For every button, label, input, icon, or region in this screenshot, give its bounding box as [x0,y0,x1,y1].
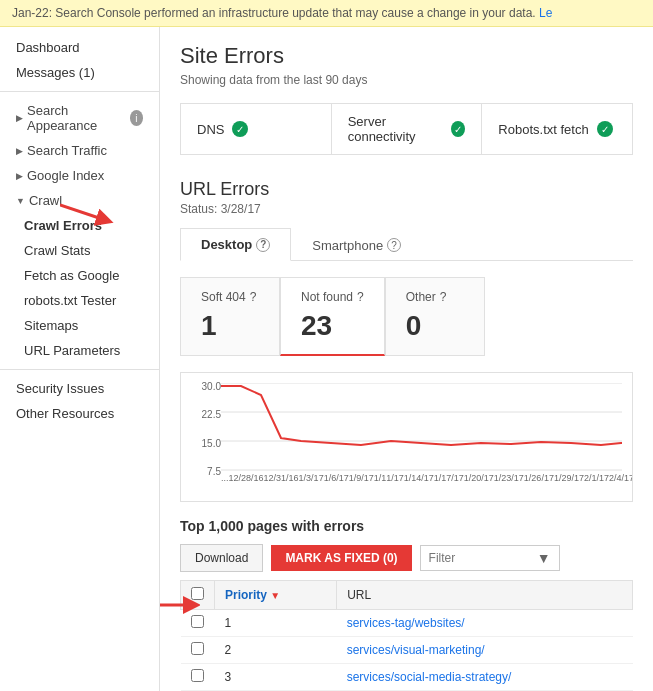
main-content: Site Errors Showing data from the last 9… [160,27,653,691]
row-checkbox[interactable] [191,642,204,655]
row-priority: 1 [215,610,337,637]
server-connectivity-check-icon: ✓ [451,121,465,137]
errors-table: Priority ▼ URL 1 services-tag/websites/ [180,580,633,691]
other-value: 0 [406,310,464,342]
badge: i [130,110,143,126]
expand-icon: ▶ [16,146,23,156]
not-found-value: 23 [301,310,364,342]
url-errors-title: URL Errors [180,179,633,200]
sidebar-item-crawl-stats[interactable]: Crawl Stats [0,238,159,263]
other-help-icon: ? [440,290,447,304]
download-button[interactable]: Download [180,544,263,572]
row-url[interactable]: services/visual-marketing/ [337,637,633,664]
robots-fetch-check-icon: ✓ [597,121,613,137]
table-actions: Download MARK AS FIXED (0) ▼ [180,544,633,572]
tab-desktop[interactable]: Desktop ? [180,228,291,261]
sidebar-item-google-index[interactable]: ▶ Google Index [0,163,159,188]
expand-icon: ▶ [16,171,23,181]
soft-404-value: 1 [201,310,259,342]
chart-xaxis: ... 12/28/16 12/31/16 1/3/17 1/6/17 1/9/… [221,473,622,483]
sidebar-item-messages[interactable]: Messages (1) [0,60,159,85]
dns-check-icon: ✓ [232,121,248,137]
row-url[interactable]: services-tag/websites/ [337,610,633,637]
sidebar-item-url-parameters[interactable]: URL Parameters [0,338,159,363]
row-checkbox-cell [181,664,215,691]
notification-text: Jan-22: Search Console performed an infr… [12,6,536,20]
mark-fixed-button[interactable]: MARK AS FIXED (0) [271,545,411,571]
notification-bar: Jan-22: Search Console performed an infr… [0,0,653,27]
error-metrics: Soft 404 ? 1 Not found ? 23 Other ? 0 [180,277,633,356]
metric-soft-404[interactable]: Soft 404 ? 1 [180,277,280,356]
url-errors-status: Status: 3/28/17 [180,202,633,216]
url-error-tabs: Desktop ? Smartphone ? [180,228,633,261]
sidebar-divider-1 [0,91,159,92]
robots-fetch-label: Robots.txt fetch [498,122,588,137]
sidebar-item-dashboard[interactable]: Dashboard [0,35,159,60]
smartphone-help-icon: ? [387,238,401,252]
metric-other[interactable]: Other ? 0 [385,277,485,356]
table-body: 1 services-tag/websites/ 2 services/visu… [181,610,633,692]
desktop-help-icon: ? [256,238,270,252]
sidebar-item-sitemaps[interactable]: Sitemaps [0,313,159,338]
chart-yaxis: 30.0 22.5 15.0 7.5 [185,381,221,477]
sort-arrow: ▼ [270,590,280,601]
select-all-checkbox[interactable] [191,587,204,600]
sidebar-item-crawl[interactable]: ▼ Crawl [0,188,159,213]
notification-link[interactable]: Le [539,6,552,20]
sidebar-divider-2 [0,369,159,370]
filter-box: ▼ [420,545,560,571]
sidebar-item-fetch-as-google[interactable]: Fetch as Google [0,263,159,288]
header-url[interactable]: URL [337,581,633,610]
sidebar-item-security-issues[interactable]: Security Issues [0,376,159,401]
filter-icon: ▼ [537,550,551,566]
table-row: 1 services-tag/websites/ [181,610,633,637]
row-checkbox[interactable] [191,615,204,628]
table-header-row: Priority ▼ URL [181,581,633,610]
server-connectivity-label: Server connectivity [348,114,444,144]
row-checkbox-cell [181,637,215,664]
sidebar: Dashboard Messages (1) ▶ Search Appearan… [0,27,160,691]
sidebar-item-crawl-errors[interactable]: Crawl Errors [0,213,159,238]
row-priority: 3 [215,664,337,691]
row-priority: 2 [215,637,337,664]
expand-icon: ▼ [16,196,25,206]
expand-icon: ▶ [16,113,23,123]
sidebar-item-search-appearance[interactable]: ▶ Search Appearance i [0,98,159,138]
table-row: 2 services/visual-marketing/ [181,637,633,664]
sidebar-item-other-resources[interactable]: Other Resources [0,401,159,426]
row-checkbox[interactable] [191,669,204,682]
dns-label: DNS [197,122,224,137]
top-pages-section: Top 1,000 pages with errors Download MAR… [180,518,633,691]
chart-svg [221,383,622,471]
metric-not-found[interactable]: Not found ? 23 [280,277,385,356]
site-errors-tabs: DNS ✓ Server connectivity ✓ Robots.txt f… [180,103,633,155]
row-url[interactable]: services/social-media-strategy/ [337,664,633,691]
sidebar-item-search-traffic[interactable]: ▶ Search Traffic [0,138,159,163]
filter-input[interactable] [429,551,533,565]
page-title: Site Errors [180,43,633,69]
tab-smartphone[interactable]: Smartphone ? [291,228,422,261]
soft404-help-icon: ? [250,290,257,304]
error-chart: 30.0 22.5 15.0 7.5 ... 12/28/16 12/31/16… [180,372,633,502]
page-subtitle: Showing data from the last 90 days [180,73,633,87]
site-error-tab-dns[interactable]: DNS ✓ [181,104,332,154]
top-pages-title: Top 1,000 pages with errors [180,518,633,534]
sidebar-item-robots-tester[interactable]: robots.txt Tester [0,288,159,313]
row-checkbox-cell [181,610,215,637]
notfound-help-icon: ? [357,290,364,304]
site-error-tab-server-connectivity[interactable]: Server connectivity ✓ [332,104,483,154]
table-row: 3 services/social-media-strategy/ [181,664,633,691]
header-priority[interactable]: Priority ▼ [215,581,337,610]
site-error-tab-robots-fetch[interactable]: Robots.txt fetch ✓ [482,104,632,154]
header-checkbox-cell [181,581,215,610]
